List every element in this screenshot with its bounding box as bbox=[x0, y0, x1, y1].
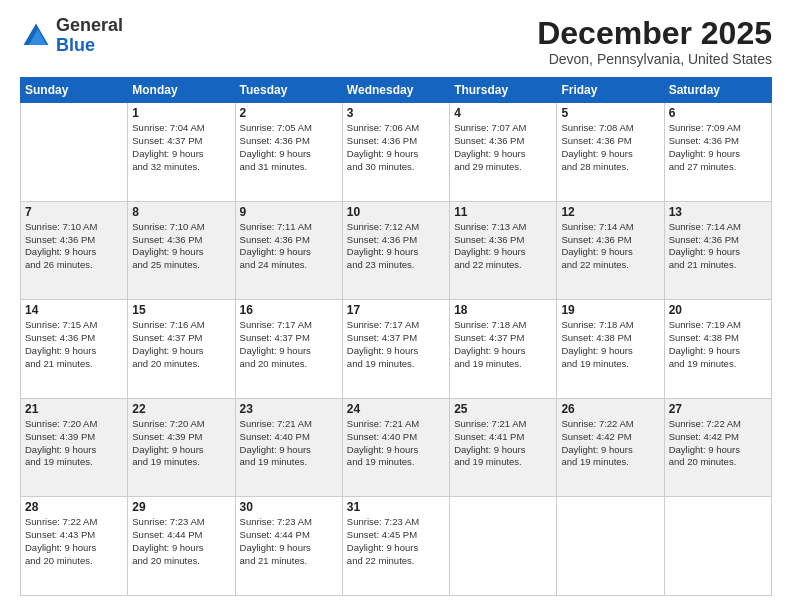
day-number: 24 bbox=[347, 402, 445, 416]
day-number: 8 bbox=[132, 205, 230, 219]
logo-icon bbox=[20, 20, 52, 52]
day-info: Sunrise: 7:07 AMSunset: 4:36 PMDaylight:… bbox=[454, 122, 552, 173]
day-info: Sunrise: 7:09 AMSunset: 4:36 PMDaylight:… bbox=[669, 122, 767, 173]
day-number: 7 bbox=[25, 205, 123, 219]
table-row: 7Sunrise: 7:10 AMSunset: 4:36 PMDaylight… bbox=[21, 201, 128, 300]
day-info: Sunrise: 7:06 AMSunset: 4:36 PMDaylight:… bbox=[347, 122, 445, 173]
day-info: Sunrise: 7:04 AMSunset: 4:37 PMDaylight:… bbox=[132, 122, 230, 173]
day-number: 5 bbox=[561, 106, 659, 120]
calendar-week-row: 28Sunrise: 7:22 AMSunset: 4:43 PMDayligh… bbox=[21, 497, 772, 596]
day-info: Sunrise: 7:10 AMSunset: 4:36 PMDaylight:… bbox=[132, 221, 230, 272]
table-row: 12Sunrise: 7:14 AMSunset: 4:36 PMDayligh… bbox=[557, 201, 664, 300]
table-row: 3Sunrise: 7:06 AMSunset: 4:36 PMDaylight… bbox=[342, 103, 449, 202]
day-info: Sunrise: 7:16 AMSunset: 4:37 PMDaylight:… bbox=[132, 319, 230, 370]
table-row: 5Sunrise: 7:08 AMSunset: 4:36 PMDaylight… bbox=[557, 103, 664, 202]
table-row: 20Sunrise: 7:19 AMSunset: 4:38 PMDayligh… bbox=[664, 300, 771, 399]
calendar-week-row: 7Sunrise: 7:10 AMSunset: 4:36 PMDaylight… bbox=[21, 201, 772, 300]
day-number: 29 bbox=[132, 500, 230, 514]
logo-general: General bbox=[56, 15, 123, 35]
day-info: Sunrise: 7:12 AMSunset: 4:36 PMDaylight:… bbox=[347, 221, 445, 272]
table-row: 1Sunrise: 7:04 AMSunset: 4:37 PMDaylight… bbox=[128, 103, 235, 202]
table-row: 28Sunrise: 7:22 AMSunset: 4:43 PMDayligh… bbox=[21, 497, 128, 596]
day-number: 4 bbox=[454, 106, 552, 120]
day-number: 12 bbox=[561, 205, 659, 219]
day-number: 10 bbox=[347, 205, 445, 219]
table-row: 27Sunrise: 7:22 AMSunset: 4:42 PMDayligh… bbox=[664, 398, 771, 497]
day-info: Sunrise: 7:22 AMSunset: 4:43 PMDaylight:… bbox=[25, 516, 123, 567]
table-row: 21Sunrise: 7:20 AMSunset: 4:39 PMDayligh… bbox=[21, 398, 128, 497]
day-info: Sunrise: 7:21 AMSunset: 4:41 PMDaylight:… bbox=[454, 418, 552, 469]
table-row: 23Sunrise: 7:21 AMSunset: 4:40 PMDayligh… bbox=[235, 398, 342, 497]
day-info: Sunrise: 7:15 AMSunset: 4:36 PMDaylight:… bbox=[25, 319, 123, 370]
day-info: Sunrise: 7:22 AMSunset: 4:42 PMDaylight:… bbox=[669, 418, 767, 469]
day-number: 6 bbox=[669, 106, 767, 120]
table-row: 4Sunrise: 7:07 AMSunset: 4:36 PMDaylight… bbox=[450, 103, 557, 202]
day-info: Sunrise: 7:23 AMSunset: 4:44 PMDaylight:… bbox=[240, 516, 338, 567]
table-row: 11Sunrise: 7:13 AMSunset: 4:36 PMDayligh… bbox=[450, 201, 557, 300]
table-row: 16Sunrise: 7:17 AMSunset: 4:37 PMDayligh… bbox=[235, 300, 342, 399]
day-number: 23 bbox=[240, 402, 338, 416]
calendar-header-row: Sunday Monday Tuesday Wednesday Thursday… bbox=[21, 78, 772, 103]
table-row: 25Sunrise: 7:21 AMSunset: 4:41 PMDayligh… bbox=[450, 398, 557, 497]
col-monday: Monday bbox=[128, 78, 235, 103]
day-number: 18 bbox=[454, 303, 552, 317]
day-number: 16 bbox=[240, 303, 338, 317]
day-info: Sunrise: 7:20 AMSunset: 4:39 PMDaylight:… bbox=[132, 418, 230, 469]
day-info: Sunrise: 7:19 AMSunset: 4:38 PMDaylight:… bbox=[669, 319, 767, 370]
day-info: Sunrise: 7:14 AMSunset: 4:36 PMDaylight:… bbox=[561, 221, 659, 272]
table-row: 10Sunrise: 7:12 AMSunset: 4:36 PMDayligh… bbox=[342, 201, 449, 300]
page: General Blue December 2025 Devon, Pennsy… bbox=[0, 0, 792, 612]
day-info: Sunrise: 7:23 AMSunset: 4:44 PMDaylight:… bbox=[132, 516, 230, 567]
col-tuesday: Tuesday bbox=[235, 78, 342, 103]
table-row: 17Sunrise: 7:17 AMSunset: 4:37 PMDayligh… bbox=[342, 300, 449, 399]
table-row: 24Sunrise: 7:21 AMSunset: 4:40 PMDayligh… bbox=[342, 398, 449, 497]
table-row: 8Sunrise: 7:10 AMSunset: 4:36 PMDaylight… bbox=[128, 201, 235, 300]
day-number: 11 bbox=[454, 205, 552, 219]
day-number: 13 bbox=[669, 205, 767, 219]
day-info: Sunrise: 7:21 AMSunset: 4:40 PMDaylight:… bbox=[240, 418, 338, 469]
day-info: Sunrise: 7:20 AMSunset: 4:39 PMDaylight:… bbox=[25, 418, 123, 469]
table-row: 2Sunrise: 7:05 AMSunset: 4:36 PMDaylight… bbox=[235, 103, 342, 202]
table-row: 26Sunrise: 7:22 AMSunset: 4:42 PMDayligh… bbox=[557, 398, 664, 497]
day-number: 2 bbox=[240, 106, 338, 120]
day-number: 3 bbox=[347, 106, 445, 120]
logo-text: General Blue bbox=[56, 16, 123, 56]
title-section: December 2025 Devon, Pennsylvania, Unite… bbox=[537, 16, 772, 67]
day-number: 27 bbox=[669, 402, 767, 416]
table-row: 9Sunrise: 7:11 AMSunset: 4:36 PMDaylight… bbox=[235, 201, 342, 300]
table-row bbox=[21, 103, 128, 202]
col-wednesday: Wednesday bbox=[342, 78, 449, 103]
day-info: Sunrise: 7:08 AMSunset: 4:36 PMDaylight:… bbox=[561, 122, 659, 173]
day-info: Sunrise: 7:17 AMSunset: 4:37 PMDaylight:… bbox=[240, 319, 338, 370]
day-number: 20 bbox=[669, 303, 767, 317]
table-row: 14Sunrise: 7:15 AMSunset: 4:36 PMDayligh… bbox=[21, 300, 128, 399]
logo: General Blue bbox=[20, 16, 123, 56]
day-info: Sunrise: 7:23 AMSunset: 4:45 PMDaylight:… bbox=[347, 516, 445, 567]
day-info: Sunrise: 7:17 AMSunset: 4:37 PMDaylight:… bbox=[347, 319, 445, 370]
day-info: Sunrise: 7:10 AMSunset: 4:36 PMDaylight:… bbox=[25, 221, 123, 272]
calendar-table: Sunday Monday Tuesday Wednesday Thursday… bbox=[20, 77, 772, 596]
table-row: 29Sunrise: 7:23 AMSunset: 4:44 PMDayligh… bbox=[128, 497, 235, 596]
table-row: 31Sunrise: 7:23 AMSunset: 4:45 PMDayligh… bbox=[342, 497, 449, 596]
day-info: Sunrise: 7:18 AMSunset: 4:38 PMDaylight:… bbox=[561, 319, 659, 370]
col-sunday: Sunday bbox=[21, 78, 128, 103]
calendar-week-row: 21Sunrise: 7:20 AMSunset: 4:39 PMDayligh… bbox=[21, 398, 772, 497]
calendar-week-row: 14Sunrise: 7:15 AMSunset: 4:36 PMDayligh… bbox=[21, 300, 772, 399]
table-row bbox=[557, 497, 664, 596]
day-number: 22 bbox=[132, 402, 230, 416]
day-number: 28 bbox=[25, 500, 123, 514]
day-info: Sunrise: 7:14 AMSunset: 4:36 PMDaylight:… bbox=[669, 221, 767, 272]
table-row bbox=[664, 497, 771, 596]
day-number: 21 bbox=[25, 402, 123, 416]
day-number: 25 bbox=[454, 402, 552, 416]
table-row: 6Sunrise: 7:09 AMSunset: 4:36 PMDaylight… bbox=[664, 103, 771, 202]
col-friday: Friday bbox=[557, 78, 664, 103]
day-number: 31 bbox=[347, 500, 445, 514]
day-number: 15 bbox=[132, 303, 230, 317]
day-info: Sunrise: 7:22 AMSunset: 4:42 PMDaylight:… bbox=[561, 418, 659, 469]
day-number: 17 bbox=[347, 303, 445, 317]
header: General Blue December 2025 Devon, Pennsy… bbox=[20, 16, 772, 67]
day-number: 9 bbox=[240, 205, 338, 219]
day-info: Sunrise: 7:18 AMSunset: 4:37 PMDaylight:… bbox=[454, 319, 552, 370]
day-info: Sunrise: 7:11 AMSunset: 4:36 PMDaylight:… bbox=[240, 221, 338, 272]
